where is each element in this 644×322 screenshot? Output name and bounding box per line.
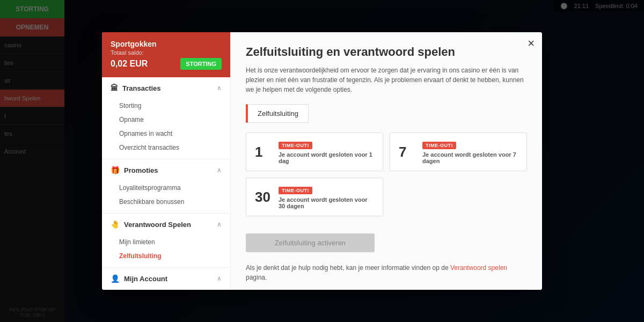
nav-section-verantwoord-header[interactable]: 🤚 Verantwoord Spelen ∧: [102, 214, 230, 235]
modal-overlay: × Sportgokken Totaal saldo: 0,02 EUR STO…: [0, 0, 644, 322]
timeout-info-1: TIME-OUT! Je account wordt gesloten voor…: [279, 140, 374, 164]
saldo-label: Totaal saldo:: [111, 49, 222, 56]
tab-container: Zelfuitsluiting: [246, 104, 527, 123]
sport-title: Sportgokken: [111, 40, 222, 48]
nav-section-account: 👤 Mijn Account ∧ Mijn gegevens Bonusover…: [102, 268, 230, 290]
nav-item-limieten[interactable]: Mijn limieten: [119, 235, 222, 249]
help-text-suffix: pagina.: [246, 274, 267, 281]
saldo-row: 0,02 EUR STORTING: [111, 58, 222, 70]
modal-left-panel: Sportgokken Totaal saldo: 0,02 EUR STORT…: [102, 32, 231, 290]
account-items: Mijn gegevens Bonusoverzicht Spelgeschie…: [102, 289, 230, 290]
saldo-amount: 0,02 EUR: [111, 59, 148, 69]
account-icon: 👤: [111, 274, 120, 283]
promoties-icon: 🎁: [111, 166, 120, 174]
nav-section-transacties-header[interactable]: 🏛 Transacties ∧: [102, 77, 230, 99]
transacties-chevron: ∧: [217, 84, 222, 92]
modal-description: Het is onze verantwoordelijkheid om ervo…: [246, 65, 527, 94]
nav-section-account-header[interactable]: 👤 Mijn Account ∧: [102, 268, 230, 289]
timeout-number-7: 7: [399, 144, 415, 160]
modal-right-panel: Zelfuitsluiting en verantwoord spelen He…: [231, 32, 542, 290]
help-link[interactable]: Verantwoord spelen: [450, 264, 507, 272]
nav-item-opnames-wacht[interactable]: Opnames in wacht: [119, 127, 222, 141]
verantwoord-items: Mijn limieten Zelfuitsluiting: [102, 235, 230, 267]
timeout-number-30: 30: [255, 189, 271, 206]
nav-item-storting[interactable]: Storting: [119, 99, 222, 113]
nav-item-bonussen[interactable]: Beschikbare bonussen: [119, 195, 222, 209]
verantwoord-chevron: ∧: [217, 221, 222, 228]
account-title: 👤 Mijn Account: [111, 274, 167, 283]
timeout-info-30: TIME-OUT! Je account wordt gesloten voor…: [279, 185, 374, 209]
timeout-number-1: 1: [255, 144, 271, 160]
nav-item-zelfuitsluiting[interactable]: Zelfuitsluiting: [119, 249, 222, 263]
help-text-prefix: Als je denkt dat je hulp nodig hebt, kan…: [246, 264, 450, 272]
transacties-items: Storting Opname Opnames in wacht Overzic…: [102, 99, 230, 159]
promoties-chevron: ∧: [217, 166, 222, 174]
nav-item-overzicht-transacties[interactable]: Overzicht transacties: [119, 141, 222, 155]
timeout-grid: 1 TIME-OUT! Je account wordt gesloten vo…: [246, 133, 527, 171]
timeout-card-7[interactable]: 7 TIME-OUT! Je account wordt gesloten vo…: [390, 133, 527, 171]
promoties-items: Loyaliteitsprogramma Beschikbare bonusse…: [102, 181, 230, 213]
transacties-title: 🏛 Transacties: [111, 84, 161, 92]
modal-storting-btn[interactable]: STORTING: [180, 58, 222, 70]
timeout-bold-30: 30 dagen: [279, 203, 304, 209]
transacties-icon: 🏛: [111, 84, 118, 92]
modal-close-btn[interactable]: ×: [528, 38, 535, 49]
verantwoord-icon: 🤚: [111, 220, 120, 229]
nav-item-loyaliteit[interactable]: Loyaliteitsprogramma: [119, 181, 222, 195]
timeout-card-1[interactable]: 1 TIME-OUT! Je account wordt gesloten vo…: [246, 133, 383, 171]
timeout-badge-7: TIME-OUT!: [422, 142, 456, 149]
account-chevron: ∧: [217, 275, 222, 282]
nav-section-promoties: 🎁 Promoties ∧ Loyaliteitsprogramma Besch…: [102, 159, 230, 214]
nav-item-opname[interactable]: Opname: [119, 113, 222, 127]
nav-section-promoties-header[interactable]: 🎁 Promoties ∧: [102, 159, 230, 181]
timeout-desc-30: Je account wordt gesloten voor 30 dagen: [279, 196, 374, 209]
zelfuitsluiting-tab[interactable]: Zelfuitsluiting: [246, 104, 309, 123]
timeout-desc-1: Je account wordt gesloten voor 1 dag: [279, 151, 374, 164]
verantwoord-title: 🤚 Verantwoord Spelen: [111, 220, 191, 229]
help-text: Als je denkt dat je hulp nodig hebt, kan…: [246, 263, 527, 282]
promoties-title: 🎁 Promoties: [111, 166, 158, 174]
timeout-badge-1: TIME-OUT!: [279, 142, 312, 149]
nav-section-transacties: 🏛 Transacties ∧ Storting Opname Opnames …: [102, 77, 230, 159]
timeout-row-30: 30 TIME-OUT! Je account wordt gesloten v…: [246, 178, 527, 225]
activate-btn[interactable]: Zelfuitsluiting activeren: [246, 233, 375, 252]
timeout-card-30[interactable]: 30 TIME-OUT! Je account wordt gesloten v…: [246, 178, 383, 216]
modal-container: × Sportgokken Totaal saldo: 0,02 EUR STO…: [102, 32, 542, 290]
timeout-badge-30: TIME-OUT!: [279, 187, 312, 194]
timeout-desc-7: Je account wordt gesloten voor 7 dagen: [422, 151, 518, 164]
nav-item-gegevens[interactable]: Mijn gegevens: [119, 289, 222, 290]
nav-section-verantwoord: 🤚 Verantwoord Spelen ∧ Mijn limieten Zel…: [102, 214, 230, 268]
timeout-info-7: TIME-OUT! Je account wordt gesloten voor…: [422, 140, 518, 164]
modal-title: Zelfuitsluiting en verantwoord spelen: [246, 45, 527, 59]
modal-sport-header: Sportgokken Totaal saldo: 0,02 EUR STORT…: [102, 32, 230, 77]
